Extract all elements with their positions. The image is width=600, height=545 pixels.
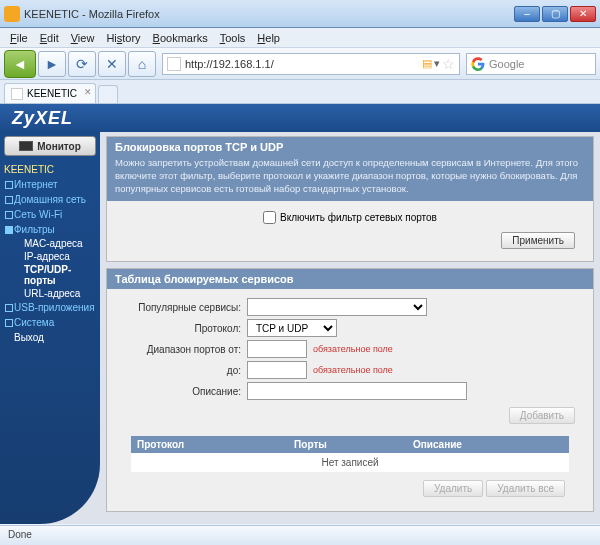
sidebar: Монитор KEENETIC Интернет Домашняя сеть … xyxy=(0,132,100,524)
nav-tree: KEENETIC Интернет Домашняя сеть Сеть Wi-… xyxy=(0,162,100,345)
enable-filter-label: Включить фильтр сетевых портов xyxy=(280,212,437,223)
router-page: ZyXEL Монитор KEENETIC Интернет Домашняя… xyxy=(0,104,600,524)
label-description: Описание: xyxy=(117,386,247,397)
empty-message: Нет записей xyxy=(131,453,569,472)
label-protocol: Протокол: xyxy=(117,323,247,334)
tab-favicon xyxy=(11,88,23,100)
stop-button[interactable]: ✕ xyxy=(98,51,126,77)
menu-tools[interactable]: Tools xyxy=(214,30,252,46)
nav-item-internet[interactable]: Интернет xyxy=(4,177,96,192)
window-controls: – ▢ ✕ xyxy=(514,6,596,22)
nav-item-usb[interactable]: USB-приложения xyxy=(4,300,96,315)
monitor-icon xyxy=(19,141,33,151)
select-protocol[interactable]: TCP и UDP xyxy=(247,319,337,337)
input-port-from[interactable] xyxy=(247,340,307,358)
enable-filter-checkbox[interactable] xyxy=(263,211,276,224)
back-button[interactable]: ◄ xyxy=(4,50,36,78)
menu-bar: File Edit View History Bookmarks Tools H… xyxy=(0,28,600,48)
home-button[interactable]: ⌂ xyxy=(128,51,156,77)
panel-services-table: Таблица блокируемых сервисов Популярные … xyxy=(106,268,594,512)
label-port-from: Диапазон портов от: xyxy=(117,344,247,355)
required-port-from: обязательное поле xyxy=(313,344,393,354)
panel2-title: Таблица блокируемых сервисов xyxy=(107,269,593,289)
col-protocol: Протокол xyxy=(131,436,288,453)
nav-sub-mac[interactable]: MAC-адреса xyxy=(4,237,96,250)
dropdown-icon[interactable]: ▾ xyxy=(434,57,440,70)
monitor-button[interactable]: Монитор xyxy=(4,136,96,156)
nav-item-homenet[interactable]: Домашняя сеть xyxy=(4,192,96,207)
tab-strip: KEENETIC ✕ xyxy=(0,80,600,104)
url-input[interactable] xyxy=(185,58,422,70)
tab-keenetic[interactable]: KEENETIC ✕ xyxy=(4,83,96,103)
nav-item-exit[interactable]: Выход xyxy=(4,330,96,345)
label-port-to: до: xyxy=(117,365,247,376)
close-button[interactable]: ✕ xyxy=(570,6,596,22)
forward-button[interactable]: ► xyxy=(38,51,66,77)
page-favicon xyxy=(167,57,181,71)
table-row-empty: Нет записей xyxy=(131,453,569,472)
nav-item-wifi[interactable]: Сеть Wi-Fi xyxy=(4,207,96,222)
select-popular-services[interactable] xyxy=(247,298,427,316)
minimize-button[interactable]: – xyxy=(514,6,540,22)
nav-sub-url[interactable]: URL-адреса xyxy=(4,287,96,300)
main-content: Блокировка портов TCP и UDP Можно запрет… xyxy=(100,132,600,524)
col-ports: Порты xyxy=(288,436,407,453)
window-title: KEENETIC - Mozilla Firefox xyxy=(24,8,514,20)
reload-button[interactable]: ⟳ xyxy=(68,51,96,77)
nav-item-system[interactable]: Система xyxy=(4,315,96,330)
tab-title: KEENETIC xyxy=(27,88,77,99)
nav-item-filters[interactable]: Фильтры xyxy=(4,222,96,237)
required-port-to: обязательное поле xyxy=(313,365,393,375)
menu-view[interactable]: View xyxy=(65,30,101,46)
status-bar: Done xyxy=(0,525,600,545)
status-text: Done xyxy=(8,529,32,540)
panel1-title: Блокировка портов TCP и UDP xyxy=(107,137,593,157)
col-description: Описание xyxy=(407,436,569,453)
menu-history[interactable]: History xyxy=(100,30,146,46)
feed-icon[interactable]: ▤ xyxy=(422,57,432,70)
label-popular: Популярные сервисы: xyxy=(117,302,247,313)
search-bar[interactable]: Google xyxy=(466,53,596,75)
blocked-services-table: Протокол Порты Описание Нет записей xyxy=(131,436,569,472)
nav-sub-tcpudp[interactable]: TCP/UDP-порты xyxy=(4,263,96,287)
menu-edit[interactable]: Edit xyxy=(34,30,65,46)
new-tab-button[interactable] xyxy=(98,85,118,103)
menu-file[interactable]: File xyxy=(4,30,34,46)
nav-sub-ip[interactable]: IP-адреса xyxy=(4,250,96,263)
google-icon xyxy=(471,57,485,71)
apply-button[interactable]: Применить xyxy=(501,232,575,249)
menu-help[interactable]: Help xyxy=(251,30,286,46)
delete-all-button[interactable]: Удалить все xyxy=(486,480,565,497)
add-button[interactable]: Добавить xyxy=(509,407,575,424)
monitor-label: Монитор xyxy=(37,141,81,152)
nav-root-label: KEENETIC xyxy=(4,162,96,177)
window-titlebar: KEENETIC - Mozilla Firefox – ▢ ✕ xyxy=(0,0,600,28)
tab-close-icon[interactable]: ✕ xyxy=(84,87,92,97)
input-port-to[interactable] xyxy=(247,361,307,379)
nav-toolbar: ◄ ► ⟳ ✕ ⌂ ▤ ▾ ☆ Google xyxy=(0,48,600,80)
bookmark-star-icon[interactable]: ☆ xyxy=(442,56,455,72)
firefox-icon xyxy=(4,6,20,22)
delete-button[interactable]: Удалить xyxy=(423,480,483,497)
maximize-button[interactable]: ▢ xyxy=(542,6,568,22)
panel1-desc: Можно запретить устройствам домашней сет… xyxy=(107,157,593,201)
panel-block-ports: Блокировка портов TCP и UDP Можно запрет… xyxy=(106,136,594,262)
url-bar[interactable]: ▤ ▾ ☆ xyxy=(162,53,460,75)
search-placeholder: Google xyxy=(489,58,524,70)
brand-header: ZyXEL xyxy=(0,104,600,132)
menu-bookmarks[interactable]: Bookmarks xyxy=(147,30,214,46)
input-description[interactable] xyxy=(247,382,467,400)
